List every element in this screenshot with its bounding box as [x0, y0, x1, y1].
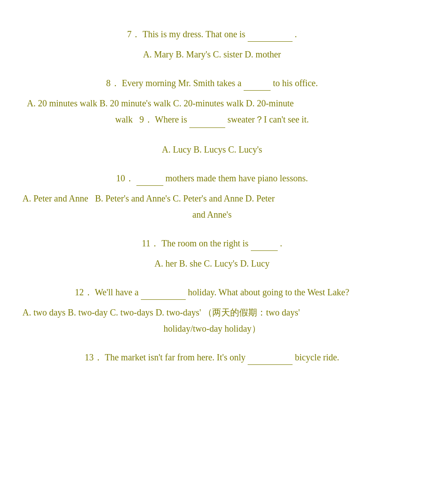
q7-number: 7．	[127, 29, 140, 39]
q7-text-after: .	[295, 29, 297, 39]
question-13: 13． The market isn't far from here. It's…	[18, 350, 406, 365]
q11-text: 11． The room on the right is .	[18, 236, 406, 251]
q10-answers-line1: A. Peter and Anne B. Peter's and Anne's …	[22, 190, 402, 206]
q12-number: 12．	[75, 287, 93, 297]
q10-blank	[136, 171, 163, 186]
q7-text-before: This is my dress. That one is	[143, 29, 248, 39]
q12-answers-line2: holiday/two-day holiday）	[22, 320, 402, 337]
q10-text-after: mothers made them have piano lessons.	[166, 173, 308, 183]
q12-text-after: holiday. What about going to the West La…	[188, 287, 350, 297]
q8-text: 8． Every morning Mr. Smith takes a to hi…	[18, 76, 406, 91]
q12-text: 12． We'll have a holiday. What about goi…	[18, 285, 406, 300]
q9-answers: A. Lucy B. Lucys C. Lucy's	[18, 141, 406, 158]
q10-text: 10． mothers made them have piano lessons…	[18, 171, 406, 186]
q8-text-after: to his office.	[273, 78, 318, 88]
q11-blank	[251, 236, 278, 251]
q10-answers-line2: and Anne's	[22, 206, 402, 223]
q13-text-after: bicycle ride.	[295, 352, 339, 362]
q13-blank	[248, 350, 293, 365]
question-10: 10． mothers made them have piano lessons…	[18, 171, 406, 223]
q12-answers-line1: A. two days B. two-day C. two-days D. tw…	[22, 304, 402, 320]
q13-number: 13．	[85, 352, 103, 362]
q11-answers: A. her B. she C. Lucy's D. Lucy	[18, 255, 406, 272]
q8-number: 8．	[106, 78, 120, 88]
question-11: 11． The room on the right is . A. her B.…	[18, 236, 406, 272]
q8-answers-line2: walk 9． Where is sweater？I can't see it.	[27, 111, 397, 128]
question-12: 12． We'll have a holiday. What about goi…	[18, 285, 406, 337]
q12-text-before: We'll have a	[95, 287, 141, 297]
q7-text: 7． This is my dress. That one is .	[18, 27, 406, 42]
q13-text: 13． The market isn't far from here. It's…	[18, 350, 406, 365]
q11-text-after: .	[280, 238, 282, 248]
q8-answers: A. 20 minutes walk B. 20 minute's walk C…	[18, 95, 406, 128]
q10-number: 10．	[116, 173, 134, 183]
q11-number: 11．	[142, 238, 159, 248]
q10-answers: A. Peter and Anne B. Peter's and Anne's …	[18, 190, 406, 223]
q12-blank	[141, 285, 186, 300]
question-9: A. Lucy B. Lucys C. Lucy's	[18, 141, 406, 158]
q11-text-before: The room on the right is	[162, 238, 251, 248]
q7-answers: A. Mary B. Mary's C. sister D. mother	[18, 46, 406, 62]
q12-answers: A. two days B. two-day C. two-days D. tw…	[18, 304, 406, 337]
q8-blank	[244, 76, 271, 91]
q7-blank	[248, 27, 293, 42]
question-7: 7． This is my dress. That one is . A. Ma…	[18, 27, 406, 62]
q8-text-before: Every morning Mr. Smith takes a	[122, 78, 244, 88]
q13-text-before: The market isn't far from here. It's onl…	[105, 352, 248, 362]
q8-answers-line1: A. 20 minutes walk B. 20 minute's walk C…	[27, 95, 397, 111]
question-8: 8． Every morning Mr. Smith takes a to hi…	[18, 76, 406, 128]
